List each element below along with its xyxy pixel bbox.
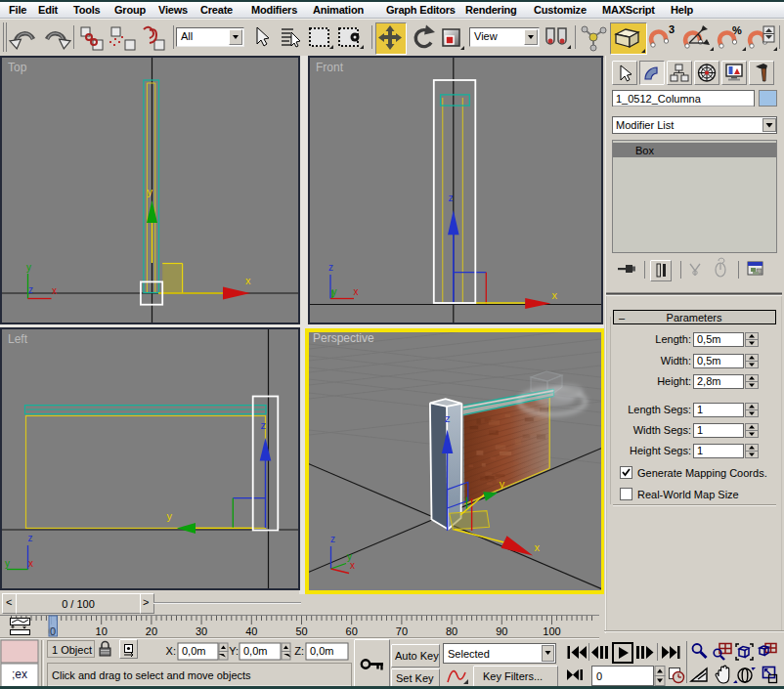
svg-text:z: z [449, 192, 455, 203]
svg-text:Perspective: Perspective [313, 332, 374, 345]
svg-text:Real-World Map Size: Real-World Map Size [637, 489, 739, 500]
svg-text:z: z [328, 262, 333, 273]
svg-text:Height:: Height: [657, 375, 691, 387]
svg-text:y: y [167, 510, 173, 522]
svg-text:y: y [26, 262, 31, 273]
svg-text:Auto Key: Auto Key [395, 650, 439, 662]
svg-text:0: 0 [596, 670, 602, 682]
svg-text:1 Object: 1 Object [52, 644, 92, 656]
svg-text:1: 1 [697, 424, 703, 436]
svg-text:Selected: Selected [448, 648, 490, 660]
svg-text:x: x [354, 286, 359, 297]
svg-text:Modifier List: Modifier List [616, 119, 674, 131]
svg-text:Length:: Length: [655, 333, 691, 345]
svg-text:0,0m: 0,0m [182, 645, 205, 657]
svg-text:x: x [552, 289, 558, 301]
svg-text:Generate Mapping Coords.: Generate Mapping Coords. [637, 467, 767, 479]
svg-text:z: z [330, 534, 335, 544]
svg-text:Box: Box [635, 145, 654, 156]
svg-text:y: y [5, 558, 10, 569]
svg-text:x: x [350, 560, 355, 571]
svg-text:Y:: Y: [229, 645, 239, 657]
svg-text:z: z [28, 284, 33, 295]
svg-text:z: z [445, 412, 451, 424]
svg-text:;ex: ;ex [12, 667, 27, 681]
svg-text:Width:: Width: [661, 355, 691, 366]
svg-text:x: x [535, 541, 541, 553]
svg-text:Set Key: Set Key [396, 672, 434, 684]
svg-text:z: z [261, 419, 267, 431]
svg-text:z: z [28, 533, 33, 543]
svg-text:–: – [619, 312, 626, 323]
svg-text:x: x [245, 275, 251, 286]
svg-text:0,0m: 0,0m [310, 645, 333, 657]
svg-text:0,5m: 0,5m [697, 333, 720, 345]
svg-text:2,8m: 2,8m [697, 375, 720, 387]
svg-text:Left: Left [8, 332, 28, 346]
svg-text:1_0512_Columna: 1_0512_Columna [616, 93, 702, 105]
svg-text:Width Segs:: Width Segs: [633, 424, 691, 436]
svg-text:Z:: Z: [294, 645, 304, 657]
svg-text:x: x [52, 285, 57, 296]
svg-text:X:: X: [166, 645, 176, 657]
svg-text:%: % [732, 24, 742, 36]
svg-text:3: 3 [669, 23, 675, 35]
svg-text:Top: Top [8, 61, 27, 74]
svg-text:Parameters: Parameters [667, 312, 722, 323]
svg-text:y: y [500, 478, 505, 490]
svg-text:0,5m: 0,5m [697, 355, 720, 366]
svg-text:0,0m: 0,0m [243, 645, 267, 657]
svg-text:1: 1 [697, 445, 703, 456]
svg-text:Front: Front [316, 61, 344, 74]
svg-text:x: x [28, 558, 33, 569]
svg-text:1: 1 [697, 404, 703, 415]
svg-text:y: y [148, 186, 153, 197]
svg-text:Click and drag to select and m: Click and drag to select and move object… [52, 669, 251, 681]
svg-text:Height Segs:: Height Segs: [630, 445, 691, 456]
svg-text:Length Segs:: Length Segs: [628, 404, 691, 415]
svg-text:Key Filters...: Key Filters... [483, 670, 543, 682]
